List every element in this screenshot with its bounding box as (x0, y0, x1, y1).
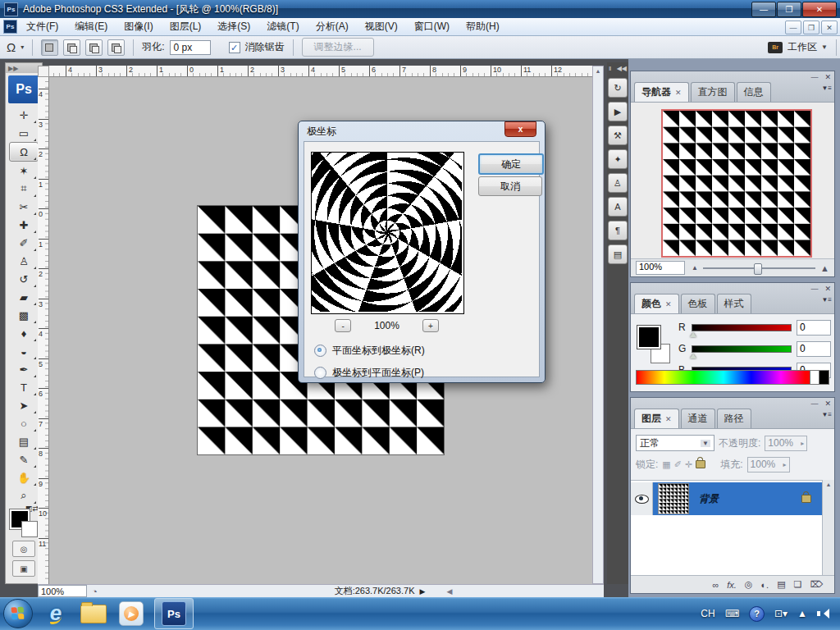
zoom-in-icon[interactable]: ▲ (820, 263, 829, 273)
menu-item[interactable]: 滤镜(T) (259, 18, 306, 35)
eraser-tool[interactable]: ▰ (10, 288, 38, 306)
file-explorer-icon[interactable] (79, 600, 108, 628)
shape-tool[interactable]: ○ (10, 414, 38, 432)
lock-pixels-icon[interactable]: ✐ (674, 459, 682, 470)
zoom-out-icon[interactable]: ▲ (692, 264, 698, 272)
internet-explorer-icon[interactable]: e (41, 600, 71, 628)
menu-item[interactable]: 分析(A) (308, 18, 356, 35)
adjustment-layer-icon[interactable]: ◐. (760, 580, 769, 590)
blur-tool[interactable]: ♦ (10, 324, 38, 342)
character-icon[interactable]: A (608, 197, 628, 217)
link-layers-icon[interactable]: ∞ (712, 580, 719, 590)
doc-restore-button[interactable]: ❐ (803, 21, 819, 34)
panel-close-icon[interactable]: ✕ (824, 399, 831, 408)
new-layer-icon[interactable]: ❏ (794, 579, 802, 590)
zoom-level-field[interactable]: 100% (38, 585, 87, 597)
vertical-scrollbar[interactable]: ▲ (592, 66, 604, 584)
notes-tool[interactable]: ▤ (10, 432, 38, 450)
workspace-button[interactable]: 工作区 ▼ (788, 40, 828, 54)
layers-tab[interactable]: 路径 (717, 409, 751, 428)
show-hidden-icons[interactable]: ▲ (797, 608, 807, 619)
navigator-zoom-field[interactable]: 100% (636, 261, 685, 275)
hand-tool[interactable]: ✋ (10, 468, 38, 486)
delete-layer-icon[interactable]: ⌦ (810, 579, 823, 590)
layer-style-icon[interactable]: fx. (727, 580, 737, 590)
panel-close-icon[interactable]: ✕ (824, 285, 831, 293)
dock-grip[interactable]: ‖ (609, 65, 611, 72)
window-switch-icon[interactable]: ⊡▾ (774, 608, 788, 619)
healing-brush-tool[interactable]: ✚ (10, 216, 38, 234)
minimize-button[interactable]: — (751, 2, 776, 17)
color-tab[interactable]: 颜色✕ (634, 294, 679, 313)
layer-row-background[interactable]: 背景 (631, 482, 823, 515)
volume-icon[interactable] (817, 609, 829, 619)
history-icon[interactable]: ↻ (608, 78, 628, 98)
navigator-zoom-slider[interactable]: ▲ ▲ (692, 263, 829, 273)
menu-item[interactable]: 图层(L) (162, 18, 209, 35)
quick-selection-tool[interactable]: ✶ (10, 162, 38, 180)
antialias-checkbox[interactable]: ✓ (229, 42, 240, 53)
restore-button[interactable]: ❐ (777, 2, 801, 17)
quick-mask-button[interactable]: ◎ (12, 541, 35, 557)
panel-menu-icon[interactable]: ▼≡ (821, 84, 832, 92)
panel-minimize-icon[interactable]: — (810, 285, 818, 293)
gradient-tool[interactable]: ▩ (10, 306, 38, 324)
layer-thumbnail[interactable] (658, 483, 689, 514)
color-tab[interactable]: 样式 (717, 294, 751, 313)
selection-mode-add[interactable] (63, 39, 80, 56)
horizontal-scrollbar[interactable]: ◀ (446, 587, 452, 596)
tool-preset-arrow-icon[interactable]: ▾ (21, 43, 24, 51)
panel-menu-icon[interactable]: ▼≡ (821, 296, 832, 304)
eyedropper-tool[interactable]: ✎ (10, 450, 38, 468)
panel-minimize-icon[interactable]: — (810, 73, 818, 81)
start-button[interactable] (3, 599, 33, 628)
panel-menu-icon[interactable]: ▼≡ (821, 411, 832, 418)
horizontal-ruler[interactable]: 43210123456789101112 (49, 66, 592, 77)
lock-position-icon[interactable]: ✛ (685, 459, 692, 470)
slider-thumb[interactable] (690, 350, 696, 358)
menu-item[interactable]: 视图(V) (358, 18, 405, 35)
menu-item[interactable]: 编辑(E) (67, 18, 115, 35)
lasso-tool[interactable]: Ω (9, 142, 39, 162)
channel-slider[interactable] (692, 324, 792, 331)
slider-thumb[interactable] (690, 329, 696, 337)
radio-rect-to-polar[interactable] (314, 345, 326, 357)
radio-polar-to-rect[interactable] (314, 367, 326, 379)
tab-close-icon[interactable]: ✕ (665, 415, 672, 423)
blend-mode-select[interactable]: 正常▼ (636, 435, 714, 451)
slice-tool[interactable]: ✂ (10, 198, 38, 216)
lock-transparency-icon[interactable]: ▦ (662, 459, 670, 470)
panel-minimize-icon[interactable]: — (810, 399, 818, 408)
status-arrow-icon[interactable]: ▶ (419, 587, 425, 596)
crop-tool[interactable]: ⌗ (10, 180, 38, 198)
layer-list-scrollbar[interactable]: ▲ (822, 480, 834, 575)
zoom-tool[interactable]: ⌕ (10, 486, 38, 504)
vertical-ruler[interactable]: 432101234567891011 (38, 77, 49, 584)
selection-mode-intersect[interactable] (107, 39, 125, 56)
media-player-icon[interactable]: ▶ (116, 600, 146, 628)
toolbox-collapse-handle[interactable]: ▶▶ (6, 63, 42, 73)
fill-field[interactable]: 100%▸ (747, 457, 790, 472)
dialog-close-button[interactable]: x (504, 121, 536, 137)
close-button[interactable]: ✕ (802, 2, 837, 17)
pen-tool[interactable]: ✒ (10, 360, 38, 378)
menu-item[interactable]: 选择(S) (210, 18, 258, 35)
refine-edge-button[interactable]: 调整边缘... (302, 38, 374, 57)
panel-close-icon[interactable]: ✕ (824, 73, 831, 81)
layers-tab[interactable]: 图层✕ (634, 409, 679, 428)
move-tool[interactable]: ✛ (10, 106, 38, 124)
help-icon[interactable]: ? (749, 606, 765, 622)
lasso-tool-icon[interactable]: Ω (7, 40, 16, 54)
channel-value-field[interactable]: 0 (797, 320, 831, 336)
bridge-icon[interactable]: Br (768, 42, 783, 53)
marquee-tool[interactable]: ▭ (10, 124, 38, 142)
selection-mode-subtract[interactable] (85, 39, 103, 56)
foreground-color-swatch[interactable] (637, 326, 660, 349)
tab-close-icon[interactable]: ✕ (675, 89, 682, 97)
channel-slider[interactable] (692, 345, 792, 353)
slider-thumb[interactable] (754, 263, 762, 275)
navigator-tab[interactable]: 信息 (737, 82, 771, 102)
menu-item[interactable]: 图像(I) (116, 18, 160, 35)
navigator-tab[interactable]: 直方图 (691, 82, 735, 102)
history-brush-tool[interactable]: ↺ (10, 270, 38, 288)
